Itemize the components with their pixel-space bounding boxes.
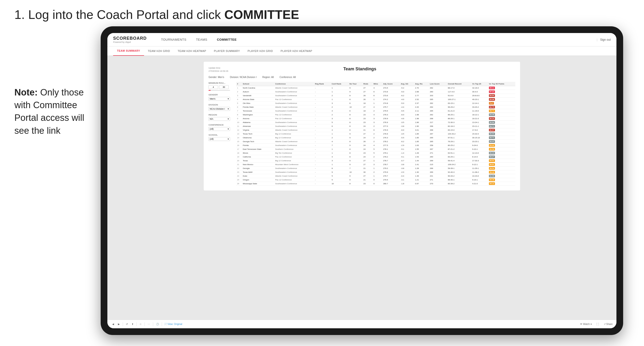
cell-adj-score: 276.3	[382, 136, 400, 140]
cell-school: East Tennessee State	[242, 147, 274, 151]
cell-adj-score: 278.1	[382, 147, 400, 151]
col-conference[interactable]: Conference	[274, 82, 314, 86]
cell-points: 60.47	[488, 140, 515, 144]
col-vs-top50-pts[interactable]: Vs Top 50 Points	[488, 82, 515, 86]
cell-conf-rank: 1	[331, 151, 349, 155]
panel-header: Update time: 27/03/2024 16:56:26 Team St…	[208, 66, 515, 72]
cell-school: Florida State	[242, 105, 274, 109]
sub-nav-player-h2h-heatmap[interactable]: PLAYER H2H HEATMAP	[277, 46, 316, 56]
cell-reg-rank: -	[314, 167, 331, 170]
step-text: 1. Log into the Coach Portal and click C…	[14, 7, 630, 22]
cell-vs-top25: 8-14-0	[472, 155, 488, 159]
cell-avg-sg: -5.5	[400, 136, 414, 140]
cell-rnds: 24	[362, 124, 373, 128]
cell-no-tour: 9	[349, 178, 362, 182]
toolbar-clock[interactable]: 🕐	[155, 322, 160, 326]
col-avg-rd[interactable]: Avg. Rd.	[414, 82, 429, 86]
cell-overall: 97-51-1	[447, 136, 472, 140]
cell-no-tour: 9	[349, 144, 362, 147]
sub-nav-team-h2h-heatmap[interactable]: TEAM H2H HEATMAP	[174, 46, 210, 56]
table-row: 11 Arkansas Southeastern Conference - 6 …	[236, 124, 515, 128]
filter-school-select[interactable]: (All) ▾	[208, 137, 230, 141]
sign-out-label[interactable]: Sign out	[600, 38, 611, 41]
cell-reg-rank: -	[314, 159, 331, 163]
col-avg-sg[interactable]: Avg. SG	[400, 82, 414, 86]
nav-tournaments[interactable]: TOURNAMENTS	[156, 33, 191, 46]
cell-conf-rank: 3	[331, 159, 349, 163]
cell-adj-score: 274.2	[382, 98, 400, 101]
cell-overall: 86-25-1	[447, 113, 472, 117]
cell-avg-sg: -2.0	[400, 170, 414, 174]
cell-rank: 1	[236, 86, 242, 90]
col-wins[interactable]: Wins	[373, 82, 382, 86]
toolbar-expand[interactable]: ⛶	[596, 322, 600, 326]
cell-rnds: 24	[362, 155, 373, 159]
filter-division-select[interactable]: NCAA Division I ▾	[208, 107, 230, 111]
col-conf-rank[interactable]: Conf Rank	[331, 82, 349, 86]
cell-wins: 0	[373, 178, 382, 182]
filter-gender-select[interactable]: Men's ▾	[208, 97, 230, 101]
toolbar-forward[interactable]: ▶	[117, 322, 121, 326]
cell-no-tour: 10	[349, 170, 362, 174]
toolbar-more[interactable]: ⋯	[147, 322, 151, 326]
col-school[interactable]: School	[242, 82, 274, 86]
cell-conf-rank: 3	[331, 117, 349, 121]
cell-avg-sg: -1.8	[400, 182, 414, 186]
sub-nav-player-h2h-grid[interactable]: PLAYER H2H GRID	[244, 46, 277, 56]
filter-min-val[interactable]: 4	[208, 85, 218, 89]
cell-conf-rank: 3	[331, 101, 349, 105]
cell-no-tour: 6	[349, 109, 362, 113]
cell-avg-rd: 1.85	[414, 136, 429, 140]
cell-vs-top25: 42-16-0	[472, 86, 488, 90]
cell-reg-rank: -	[314, 136, 331, 140]
sign-out[interactable]: | Sign out	[596, 38, 611, 41]
table-row: 2 Auburn Southeastern Conference - 1 9 2…	[236, 90, 515, 94]
table-row: 3 Vanderbilt Southeastern Conference - 2…	[236, 94, 515, 98]
cell-school: Arkansas	[242, 124, 274, 128]
col-overall[interactable]: Overall Record	[447, 82, 472, 86]
toolbar-reload[interactable]: ↺	[125, 322, 129, 326]
cell-reg-rank: -	[314, 147, 331, 151]
sub-nav-team-h2h-grid[interactable]: TEAM H2H GRID	[144, 46, 174, 56]
cell-rnds: 23	[362, 121, 373, 124]
cell-rnds: 26	[362, 98, 373, 101]
cell-school: Alabama	[242, 121, 274, 124]
cell-conf-rank: 1	[331, 98, 349, 101]
cell-no-tour: 8	[349, 124, 362, 128]
filter-slider[interactable]	[208, 90, 230, 91]
cell-avg-rd: 2.70	[414, 86, 429, 90]
col-rnds[interactable]: Rnds	[362, 82, 373, 86]
col-vs-top25[interactable]: Vs Top 25	[472, 82, 488, 86]
table-row: 20 Texas Big 12 Conference - 3 9 27 1 27…	[236, 159, 515, 163]
share-btn[interactable]: ↗ Share	[604, 323, 612, 326]
cell-points: 68.38	[488, 178, 515, 182]
col-low[interactable]: Low Score	[429, 82, 447, 86]
filter-region-select[interactable]: N/A ▾	[208, 117, 230, 121]
sub-nav-player-summary[interactable]: PLAYER SUMMARY	[210, 46, 244, 56]
col-reg-rank[interactable]: Reg Rank	[314, 82, 331, 86]
main-content: Update time: 27/03/2024 16:56:26 Team St…	[107, 56, 616, 320]
cell-rank: 11	[236, 124, 242, 128]
sub-nav-team-summary[interactable]: TEAM SUMMARY	[113, 46, 144, 56]
cell-no-tour: 9	[349, 174, 362, 178]
col-adj-score[interactable]: Adj. Score	[382, 82, 400, 86]
chevron-down-icon: ▾	[228, 98, 229, 100]
filter-conference-select[interactable]: (All) ▾	[208, 127, 230, 131]
nav-committee[interactable]: COMMITTEE	[212, 33, 242, 46]
cell-conf: Pac-12 Conference	[274, 117, 314, 121]
cell-school: Texas	[242, 159, 274, 163]
nav-teams[interactable]: TEAMS	[191, 33, 212, 46]
toolbar-bookmark[interactable]: ☆	[138, 322, 142, 326]
filter-max-val[interactable]: 30	[219, 85, 229, 89]
toolbar-back[interactable]: ◀	[111, 322, 115, 326]
table-row: 10 Alabama Southeastern Conference - 5 8…	[236, 121, 515, 124]
table-row: 9 Arizona Pac-12 Conference - 3 8 23 3 2…	[236, 117, 515, 121]
cell-conf-rank: 2	[331, 113, 349, 117]
watch-btn[interactable]: 👁 Watch ▾	[580, 323, 592, 326]
cell-low: 264	[429, 105, 447, 109]
cell-adj-score: 279.1	[382, 151, 400, 155]
toolbar-share[interactable]: ⬆	[130, 322, 134, 326]
cell-avg-sg: -5.0	[400, 90, 414, 94]
view-original-btn[interactable]: 📄 View: Original	[164, 323, 182, 326]
col-no-tour[interactable]: No Tour	[349, 82, 362, 86]
